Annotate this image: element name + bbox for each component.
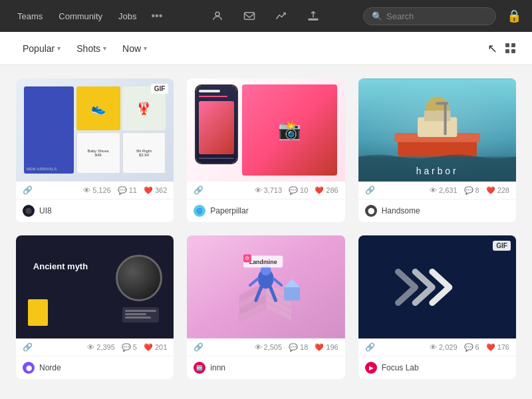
- avatar-handsome: ⬤: [365, 205, 377, 217]
- subnav-now[interactable]: Now ▾: [116, 38, 154, 59]
- svg-text:Landmine: Landmine: [249, 259, 277, 265]
- avatar-paperpillar: 🌀: [194, 205, 205, 217]
- author-handsome: Handsome: [382, 206, 420, 215]
- link-icon-i: 🔗: [194, 342, 203, 352]
- grid-view-icon[interactable]: [505, 43, 516, 54]
- svg-rect-1: [245, 13, 255, 20]
- footer-paperpillar: 🌀 Paperpillar: [187, 200, 344, 222]
- cursor-icon: ↖: [487, 41, 497, 56]
- author-innn: innn: [210, 363, 225, 372]
- nav-right: 🔍 🔒: [363, 7, 521, 25]
- svg-text:⚙: ⚙: [245, 255, 250, 261]
- card-focuslab[interactable]: GIF 🔗 👁2,029 💬6 ❤️176 ▶ Focus Lab: [358, 235, 516, 379]
- search-icon: 🔍: [372, 11, 382, 21]
- subnav-popular[interactable]: Popular ▾: [16, 38, 67, 59]
- card-norde[interactable]: Ancient myth 🔗 👁2,395 💬5 ❤️201 ⬤ Norde: [16, 235, 174, 379]
- stats-handsome: 🔗 👁2,631 💬8 ❤️228: [358, 182, 516, 200]
- card-innn[interactable]: Landmine ⚙ 🔗 👁2,505 💬18 ❤️196 🆕 innn: [187, 235, 344, 379]
- stat-views: 👁5,126: [83, 186, 111, 194]
- avatar-focuslab: ▶: [365, 362, 377, 374]
- nav-left: Teams Community Jobs •••: [11, 6, 168, 26]
- trending-icon[interactable]: [272, 7, 291, 25]
- nav-teams[interactable]: Teams: [11, 7, 49, 25]
- card-handsome[interactable]: harbor 🔗 👁2,631 💬8 ❤️228 ⬤ Handsome: [358, 78, 516, 222]
- stats-ui8: 🔗 👁5,126 💬11 ❤️362: [16, 182, 174, 200]
- svg-rect-9: [444, 102, 446, 134]
- norde-yellow: [28, 299, 48, 326]
- thumb-focuslab: GIF: [358, 235, 516, 338]
- stats-norde: 🔗 👁2,395 💬5 ❤️201: [16, 338, 174, 356]
- link-icon-pp: 🔗: [194, 186, 203, 195]
- thumb-innn: Landmine ⚙: [187, 235, 344, 338]
- lock-icon: 🔒: [507, 9, 521, 23]
- search-input[interactable]: [386, 11, 487, 21]
- pp-photo: 📸: [242, 84, 337, 175]
- footer-focuslab: ▶ Focus Lab: [358, 356, 516, 379]
- norde-specs: [122, 307, 159, 323]
- footer-norde: ⬤ Norde: [16, 356, 174, 379]
- author-ui8: UI8: [39, 206, 52, 215]
- footer-handsome: ⬤ Handsome: [358, 200, 516, 222]
- nav-center: [168, 7, 363, 25]
- svg-rect-10: [436, 102, 448, 104]
- gif-badge-focuslab: GIF: [493, 241, 511, 251]
- now-label: Now: [122, 43, 141, 54]
- subnav-shots[interactable]: Shots ▾: [70, 38, 113, 59]
- grid-dot-4: [511, 49, 515, 53]
- now-chevron: ▾: [144, 45, 147, 52]
- thumb-norde: Ancient myth: [16, 235, 174, 338]
- link-icon: 🔗: [23, 186, 33, 195]
- profile-icon[interactable]: [208, 7, 227, 25]
- link-icon-n: 🔗: [23, 342, 33, 352]
- svg-text:harbor: harbor: [416, 166, 458, 176]
- footer-ui8: ⚫ UI8: [16, 200, 174, 222]
- svg-point-0: [215, 12, 219, 16]
- thumb-paperpillar: 📸: [187, 78, 344, 182]
- avatar-ui8: ⚫: [23, 205, 35, 217]
- thumb-handsome: harbor: [358, 78, 516, 182]
- nav-more[interactable]: •••: [146, 6, 168, 26]
- avatar-norde: ⬤: [23, 362, 35, 374]
- grid-dot-2: [511, 43, 515, 47]
- shots-chevron: ▾: [103, 45, 106, 52]
- upload-icon[interactable]: [304, 7, 323, 25]
- shots-grid: GIF NEW ARRIVALS 👟 🦞 Baby Shoes$49 Bit R…: [0, 65, 532, 392]
- stat-comments: 💬11: [118, 186, 137, 195]
- footer-innn: 🆕 innn: [187, 356, 344, 379]
- stat-likes: ❤️362: [144, 186, 167, 195]
- search-box[interactable]: 🔍: [363, 7, 496, 25]
- author-focuslab: Focus Lab: [382, 363, 419, 372]
- mail-icon[interactable]: [240, 7, 259, 25]
- popular-chevron: ▾: [57, 45, 61, 52]
- grid-dot-1: [505, 43, 509, 47]
- link-icon-h: 🔗: [365, 186, 375, 195]
- grid-dot-3: [505, 49, 509, 53]
- author-norde: Norde: [39, 363, 61, 372]
- thumb-ui8: GIF NEW ARRIVALS 👟 🦞 Baby Shoes$49 Bit R…: [16, 78, 174, 182]
- subnav: Popular ▾ Shots ▾ Now ▾ ↖: [0, 32, 532, 65]
- subnav-left: Popular ▾ Shots ▾ Now ▾: [16, 38, 487, 59]
- card-ui8[interactable]: GIF NEW ARRIVALS 👟 🦞 Baby Shoes$49 Bit R…: [16, 78, 174, 222]
- author-paperpillar: Paperpillar: [210, 206, 248, 215]
- popular-label: Popular: [23, 43, 55, 54]
- pp-phone: [195, 84, 238, 164]
- stats-paperpillar: 🔗 👁3,713 💬10 ❤️286: [187, 182, 344, 200]
- nav-jobs[interactable]: Jobs: [112, 7, 143, 25]
- avatar-innn: 🆕: [194, 362, 205, 374]
- svg-rect-28: [285, 287, 301, 301]
- stats-focuslab: 🔗 👁2,029 💬6 ❤️176: [358, 338, 516, 356]
- subnav-right: ↖: [487, 41, 516, 56]
- shots-label: Shots: [76, 43, 100, 54]
- stats-innn: 🔗 👁2,505 💬18 ❤️196: [187, 338, 344, 356]
- gif-badge-ui8: GIF: [151, 84, 169, 94]
- card-paperpillar[interactable]: 📸 🔗 👁3,713 💬10 ❤️286 🌀 Paperpillar: [187, 78, 344, 222]
- link-icon-f: 🔗: [365, 342, 375, 352]
- nav-community[interactable]: Community: [52, 7, 109, 25]
- navbar: Teams Community Jobs ••• 🔍: [0, 0, 532, 32]
- norde-disc: [116, 255, 162, 301]
